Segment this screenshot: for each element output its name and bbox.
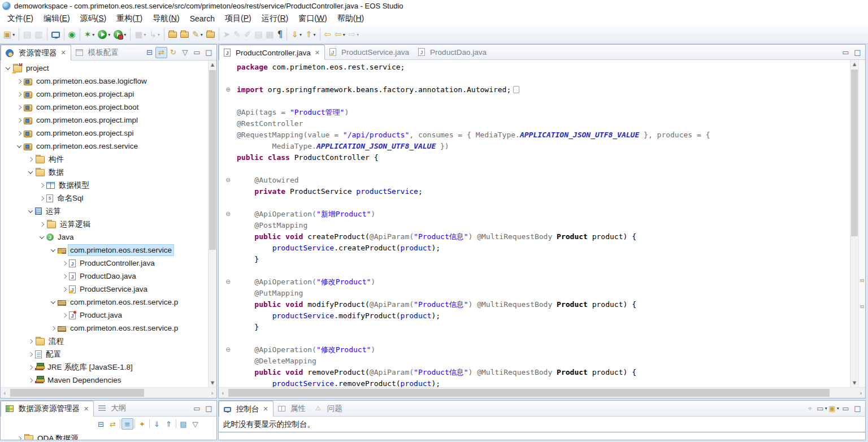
tree-item-运算[interactable]: 运算 <box>1 205 208 218</box>
scroll-up-icon[interactable]: ▲ <box>209 60 216 69</box>
close-tab-icon[interactable]: ✕ <box>315 49 320 57</box>
relaunch-button[interactable]: ↳▾ <box>149 28 162 41</box>
view-tab-资源管理器[interactable]: 资源管理器✕ <box>1 45 71 60</box>
expander[interactable] <box>37 184 46 187</box>
menu-item-refactor[interactable]: 重构(T) <box>111 12 147 25</box>
annotation-mark[interactable] <box>860 305 864 308</box>
export-config-button[interactable]: ⇑ <box>163 418 175 430</box>
tree-item-com-primeton-eos-rest-service-p[interactable]: com.primeton.eos.rest.service.p <box>1 296 208 309</box>
view-tab-控制台[interactable]: 控制台✕ <box>219 401 274 417</box>
maximize-button[interactable]: □ <box>852 403 863 414</box>
server-start-button[interactable]: ◉ <box>67 28 77 41</box>
run-button[interactable]: ▾ <box>97 28 111 41</box>
fold-collapse-icon[interactable]: ⊖ <box>219 175 237 186</box>
expander[interactable] <box>14 93 24 96</box>
tree-item-com-primeton-eos-base-logicflow[interactable]: com.primeton.eos.base.logicflow <box>1 75 208 88</box>
menu-item-edit[interactable]: 编辑(E) <box>38 12 75 25</box>
tree-item-com-primeton-eos-project-impl[interactable]: com.primeton.eos.project.impl <box>1 114 208 127</box>
tree-vertical-scrollbar[interactable]: ▲ ▼ <box>208 60 216 387</box>
editor-horizontal-scrollbar[interactable]: ‹ › <box>219 387 865 398</box>
overview-ruler[interactable] <box>858 60 865 387</box>
view-tab-数据源资源管理器[interactable]: 数据源资源管理器✕ <box>1 401 94 417</box>
scroll-left-icon[interactable]: ‹ <box>219 388 227 398</box>
display-selected-console-button[interactable]: ▭▾ <box>816 403 828 414</box>
expander[interactable] <box>48 301 58 304</box>
tree-vscroll-thumb[interactable] <box>209 70 216 250</box>
tree-item-运算逻辑[interactable]: 运算逻辑 <box>1 218 208 231</box>
fold-collapse-icon[interactable]: ⊖ <box>219 344 237 356</box>
tree-item-com-primeton-eos-rest-service[interactable]: com.primeton.eos.rest.service <box>1 244 208 257</box>
scroll-up-icon[interactable]: ▲ <box>850 60 858 68</box>
save-button[interactable]: ▤ <box>22 28 32 41</box>
open-type-button[interactable] <box>167 28 178 41</box>
expander[interactable] <box>59 262 69 265</box>
compare-doc-button[interactable]: ▤ <box>253 28 263 41</box>
tree-item-oda-datasource[interactable]: ODA 数据源 <box>1 432 216 440</box>
refactor-tool-button[interactable]: ✐ <box>243 28 253 41</box>
expander[interactable] <box>48 249 58 252</box>
collapse-all-button[interactable]: ⊟ <box>95 418 107 430</box>
save-config-button[interactable]: ▤ <box>177 418 189 430</box>
menu-item-project[interactable]: 项目(P) <box>220 12 257 25</box>
expander[interactable] <box>25 171 35 174</box>
back-history-button[interactable]: ⇦▾ <box>333 28 346 41</box>
expander[interactable] <box>14 437 24 440</box>
new-wizard-button[interactable]: ▣▾ <box>2 28 16 41</box>
open-resource-button[interactable] <box>179 28 190 41</box>
tree-item-project[interactable]: Mproject <box>1 62 208 75</box>
fold-collapse-icon[interactable]: ⊖ <box>219 276 237 288</box>
open-console-button[interactable]: ▣▾ <box>828 403 840 414</box>
menu-item-help[interactable]: 帮助(H) <box>332 12 369 25</box>
menu-item-navigate[interactable]: 导航(N) <box>147 12 184 25</box>
tree-item-jre-系统库-javase-1-8[interactable]: JRE 系统库 [JavaSE-1.8] <box>1 361 208 374</box>
view-tab-大纲[interactable]: 大纲 <box>94 401 131 416</box>
view-tab-属性[interactable]: 属性 <box>274 401 310 416</box>
expander[interactable] <box>14 119 24 122</box>
minimize-button[interactable]: ▭ <box>840 403 852 414</box>
expander[interactable] <box>25 158 35 161</box>
expander[interactable] <box>37 223 46 226</box>
edit-tool-button[interactable]: ✎ <box>232 28 242 41</box>
profile-button[interactable]: ■▾ <box>133 28 147 41</box>
format-tool-button[interactable]: ✎▾ <box>191 28 204 41</box>
refresh-button[interactable]: ↻ <box>167 47 179 58</box>
menu-item-run[interactable]: 运行(R) <box>257 12 293 25</box>
expander[interactable] <box>14 145 24 148</box>
expander[interactable] <box>25 210 35 213</box>
editor-hscroll-thumb[interactable] <box>228 389 830 397</box>
expander[interactable] <box>14 80 24 83</box>
close-tab-icon[interactable]: ✕ <box>84 405 89 413</box>
editor-tab-productdao-java[interactable]: ProductDao.java <box>414 45 491 59</box>
debug-button[interactable]: ✶▾ <box>83 28 96 41</box>
next-annotation-button[interactable]: ⇓▾ <box>290 28 303 41</box>
expander[interactable] <box>37 236 46 239</box>
tree-item-com-primeton-eos-rest-service-p[interactable]: com.primeton.eos.rest.service.p <box>1 322 208 335</box>
tree-item-com-primeton-eos-project-boot[interactable]: com.primeton.eos.project.boot <box>1 101 208 114</box>
expander[interactable] <box>37 197 46 200</box>
expander[interactable] <box>14 106 24 109</box>
tree-mode-button[interactable]: ≡ <box>121 418 133 430</box>
tree-horizontal-scrollbar[interactable]: ‹ › <box>1 387 216 398</box>
close-tab-icon[interactable]: ✕ <box>263 405 268 413</box>
tree-item-maven-dependencies[interactable]: Maven Dependencies <box>1 374 208 387</box>
code-editor[interactable]: package com.primeton.eos.rest.service;⊕i… <box>219 60 865 387</box>
connect-datasource-button[interactable]: ✦ <box>136 418 148 430</box>
tree-item-com-primeton-eos-project-api[interactable]: com.primeton.eos.project.api <box>1 88 208 101</box>
expander[interactable] <box>25 379 35 382</box>
maximize-button[interactable]: □ <box>203 402 215 414</box>
collapsed-code-indicator[interactable] <box>513 86 519 93</box>
tree-item-java[interactable]: Java <box>1 231 208 244</box>
expander[interactable] <box>25 353 35 356</box>
editor-vscroll-thumb[interactable] <box>851 70 858 236</box>
collapse-all-button[interactable]: ⊟ <box>144 47 155 58</box>
expander[interactable] <box>59 288 69 291</box>
scroll-right-icon[interactable]: › <box>208 388 216 398</box>
expander[interactable] <box>48 327 58 330</box>
editor-tab-productcontroller-java[interactable]: ProductController.java✕ <box>219 45 325 60</box>
maximize-button[interactable]: □ <box>203 47 215 58</box>
show-view-doc-button[interactable]: ▦ <box>265 28 275 41</box>
show-whitespace-button[interactable]: ¶ <box>276 28 284 41</box>
scroll-right-icon[interactable]: › <box>857 388 865 398</box>
view-menu-button[interactable]: ▽ <box>189 418 201 430</box>
scroll-down-icon[interactable]: ▼ <box>209 379 216 387</box>
